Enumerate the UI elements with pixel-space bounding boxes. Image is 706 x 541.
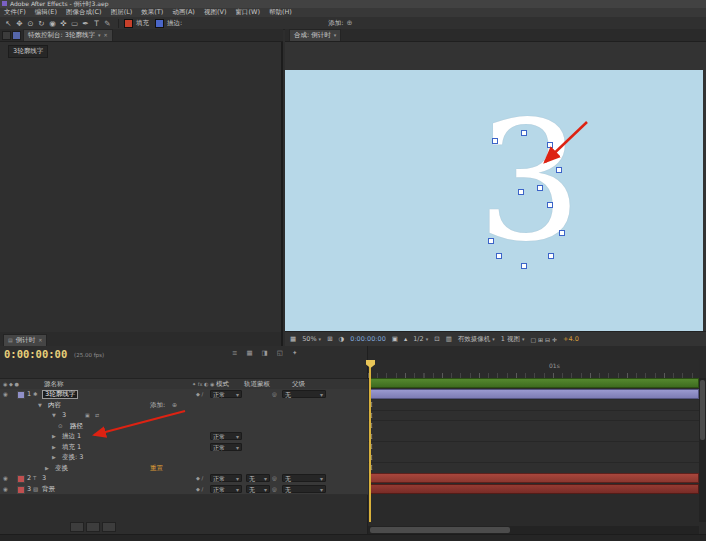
frame-blending-icon[interactable]: ◱ <box>277 349 283 357</box>
view-layout-select[interactable]: 1 视图 ▾ <box>501 335 525 344</box>
tab-close-icon[interactable]: ✕ <box>38 335 42 346</box>
twirl-closed-icon[interactable]: ▶ <box>52 452 56 462</box>
parent-header[interactable]: 父级 <box>292 379 305 389</box>
menu-item-effect[interactable]: 效果(T) <box>141 8 163 17</box>
track-matte-select[interactable]: 无▾ <box>246 485 270 493</box>
parent-select[interactable]: 无▾ <box>282 485 326 493</box>
tab-timeline[interactable]: ▤ 倒计时 ✕ <box>3 334 47 346</box>
current-time-indicator[interactable] <box>369 360 371 522</box>
timeline-vertical-scrollbar[interactable] <box>699 378 706 522</box>
group-blend-icon[interactable]: ▣ <box>85 410 90 420</box>
safe-areas-icon[interactable]: ⊞ <box>327 335 332 343</box>
visibility-toggle-icon[interactable]: ◉ <box>3 473 8 483</box>
twirl-closed-icon[interactable]: ▶ <box>45 463 49 473</box>
scrollbar-thumb[interactable] <box>700 380 705 440</box>
panel-grip-icon[interactable] <box>2 31 11 40</box>
menu-item-edit[interactable]: 编辑(E) <box>35 8 57 17</box>
path-vertex[interactable] <box>559 230 565 236</box>
path-vertex[interactable] <box>521 263 527 269</box>
hand-tool-icon[interactable]: ✥ <box>14 19 25 28</box>
path-vertex[interactable] <box>547 202 553 208</box>
menu-item-layer[interactable]: 图层(L) <box>111 8 133 17</box>
fill-color-swatch[interactable] <box>124 19 133 28</box>
twirl-closed-icon[interactable]: ▶ <box>52 431 56 441</box>
source-name-header[interactable]: 源名称 <box>44 379 64 389</box>
composition-mini-flowchart-icon[interactable]: ≡ <box>232 349 237 357</box>
composition-canvas[interactable]: 3 <box>285 70 703 331</box>
type-tool-icon[interactable]: T <box>91 19 102 28</box>
path-vertex[interactable] <box>537 185 543 191</box>
pen-tool-icon[interactable]: ✒ <box>80 19 91 28</box>
stroke-color-swatch[interactable] <box>155 19 164 28</box>
expand-layer-switches-button[interactable] <box>70 522 84 532</box>
viewer-timecode[interactable]: 0:00:00:00 <box>350 335 386 343</box>
layer-switches[interactable]: ◆ / <box>196 389 203 399</box>
region-of-interest-icon[interactable]: ⊡ <box>434 335 439 343</box>
layer-bar-3[interactable] <box>369 484 699 494</box>
path-vertex[interactable] <box>556 167 562 173</box>
blend-mode-select[interactable]: 正常▾ <box>210 474 242 482</box>
mode-header[interactable]: 模式 <box>216 379 229 389</box>
pan-behind-tool-icon[interactable]: ✜ <box>58 19 69 28</box>
add-property-icon[interactable]: ⊕ <box>172 400 177 410</box>
timeline-horizontal-scrollbar[interactable] <box>368 526 699 534</box>
path-vertex[interactable] <box>492 138 498 144</box>
path-vertex[interactable] <box>547 142 553 148</box>
layer-name[interactable]: 3 <box>42 473 46 483</box>
time-ruler[interactable]: 01s <box>368 360 699 379</box>
track-matte-header[interactable]: 轨道蒙板 <box>244 379 270 389</box>
twirl-open-icon[interactable]: ▼ <box>52 410 56 420</box>
path-vertex[interactable] <box>548 253 554 259</box>
scrollbar-thumb[interactable] <box>370 527 510 533</box>
tab-dropdown-icon[interactable]: ▾ <box>98 30 101 41</box>
parent-pickwhip-icon[interactable]: ◎ <box>272 473 277 483</box>
menu-item-file[interactable]: 文件(F) <box>4 8 26 17</box>
visibility-toggle-icon[interactable]: ◉ <box>3 484 8 494</box>
transform-reset-link[interactable]: 重置 <box>150 463 163 473</box>
selection-tool-icon[interactable]: ↖ <box>3 19 14 28</box>
tab-dropdown-icon[interactable]: ▾ <box>334 30 337 41</box>
layer-color-chip[interactable] <box>17 486 25 494</box>
twirl-open-icon[interactable]: ▼ <box>38 400 42 410</box>
menu-item-view[interactable]: 视图(V) <box>204 8 227 17</box>
blend-mode-select[interactable]: 正常▾ <box>210 485 242 493</box>
parent-select[interactable]: 无▾ <box>282 474 326 482</box>
resolution-select[interactable]: 1/2 ▾ <box>413 335 428 343</box>
work-area-bar[interactable] <box>369 378 699 388</box>
camera-select[interactable]: 有效摄像机 ▾ <box>458 335 495 344</box>
brush-tool-icon[interactable]: ✎ <box>102 19 113 28</box>
camera-tool-icon[interactable]: ◉ <box>47 19 58 28</box>
draft-3d-icon[interactable]: ▦ <box>246 349 252 357</box>
exposure-value[interactable]: +4.0 <box>563 335 579 343</box>
parent-select[interactable]: 无▾ <box>282 390 326 398</box>
menu-item-composition[interactable]: 图像合成(C) <box>66 8 102 17</box>
path-vertex[interactable] <box>488 238 494 244</box>
path-label[interactable]: 路径 <box>70 421 83 431</box>
menu-item-animation[interactable]: 动画(A) <box>172 8 195 17</box>
pixel-aspect-icons[interactable]: ▢ ⊞ ⊟ ✛ <box>531 336 557 343</box>
shape-tool-icon[interactable]: ▭ <box>69 19 80 28</box>
layer-bar-1[interactable] <box>369 389 699 399</box>
menu-item-window[interactable]: 窗口(W) <box>235 8 260 17</box>
layer-name-box[interactable]: 3轮廓线字 <box>42 390 78 399</box>
menu-item-help[interactable]: 帮助(H) <box>269 8 292 17</box>
blend-mode-select[interactable]: 正常▾ <box>210 390 242 398</box>
layer-name[interactable]: 背景 <box>42 484 55 494</box>
stroke-blend-mode-select[interactable]: 正常▾ <box>210 432 242 440</box>
group-direction-icon[interactable]: ⇄ <box>95 410 99 420</box>
show-snapshot-icon[interactable]: ▴ <box>404 335 407 343</box>
stopwatch-icon[interactable]: ⊙ <box>58 421 63 431</box>
layer-color-chip[interactable] <box>17 391 25 399</box>
zoom-select[interactable]: 50% ▾ <box>302 335 321 343</box>
parent-pickwhip-icon[interactable]: ◎ <box>272 389 277 399</box>
path-vertex[interactable] <box>518 189 524 195</box>
rotate-tool-icon[interactable]: ↻ <box>36 19 47 28</box>
layer-row-3[interactable]: ◉ 3 ▨ 背景 ◆ / 正常▾ 无▾ ◎ 无▾ <box>0 484 368 496</box>
effects-layer-label[interactable]: 3轮廓线字 <box>8 45 48 58</box>
tab-composition[interactable]: 合成: 倒计时 ▾ <box>289 29 341 41</box>
expand-transfer-controls-button[interactable] <box>86 522 100 532</box>
tab-close-icon[interactable]: ✕ <box>103 30 107 41</box>
zoom-tool-icon[interactable]: ⊙ <box>25 19 36 28</box>
layer-color-chip[interactable] <box>17 475 25 483</box>
parent-pickwhip-icon[interactable]: ◎ <box>272 484 277 494</box>
